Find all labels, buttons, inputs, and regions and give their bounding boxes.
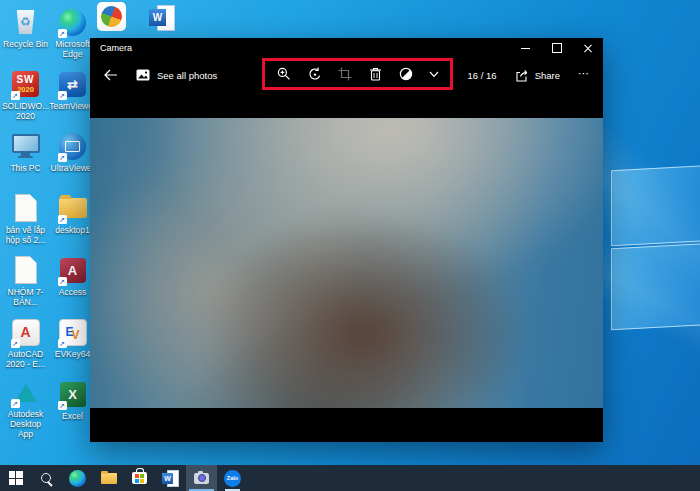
file-explorer-icon (101, 473, 117, 484)
desktop-icon-grid: ♻ Recycle Bin ↗ Microsoft Edge SW 2020 ↗… (2, 5, 96, 439)
desktop-icon-excel[interactable]: X ↗ Excel (49, 377, 96, 439)
see-more-button[interactable]: ⋯ (578, 68, 590, 83)
shortcut-arrow-icon: ↗ (58, 29, 67, 38)
shortcut-arrow-icon: ↗ (58, 153, 67, 162)
windows-logo-pane (611, 165, 700, 246)
title-bar[interactable]: Camera (90, 38, 603, 58)
maximize-button[interactable] (541, 38, 572, 58)
desktop-icon-document-banvelap[interactable]: bản vẽ lắp hộp số 2... (2, 191, 49, 253)
taskbar-store-button[interactable] (124, 465, 155, 491)
microsoft-store-icon (132, 472, 147, 484)
crop-button[interactable] (335, 64, 355, 84)
close-icon (583, 43, 593, 53)
minimize-button[interactable] (510, 38, 541, 58)
excel-icon: X ↗ (56, 379, 90, 409)
desktop: ♻ Recycle Bin ↗ Microsoft Edge SW 2020 ↗… (0, 0, 700, 491)
blurred-photo (90, 118, 603, 408)
close-button[interactable] (572, 38, 603, 58)
windows-logo-pane (611, 243, 700, 330)
desktop-icon-label: UltraViewer (51, 163, 95, 173)
desktop-icon-recycle-bin[interactable]: ♻ Recycle Bin (2, 5, 49, 67)
document-icon (9, 255, 43, 285)
taskbar-word-button[interactable]: W (155, 465, 186, 491)
desktop-icon-desktop1-folder[interactable]: ↗ desktop1 (49, 191, 96, 253)
desktop-icon-microsoft-edge[interactable]: ↗ Microsoft Edge (49, 5, 96, 67)
desktop-icon-word[interactable]: W (149, 4, 177, 31)
desktop-icon-label: NHÓM 7-BẢN... (2, 287, 49, 307)
desktop-icon-autodesk[interactable]: ↗ Autodesk Desktop App (2, 377, 49, 439)
ultraviewer-icon: ↗ (56, 131, 90, 161)
taskbar-file-explorer-button[interactable] (93, 465, 124, 491)
word-letter: W (162, 473, 173, 484)
faststone-icon (97, 2, 126, 31)
chevron-down-icon[interactable] (427, 64, 441, 84)
desktop-icon-this-pc[interactable]: This PC (2, 129, 49, 191)
desktop-icon-label: SOLIDWO... 2020 (2, 101, 49, 121)
windows-start-icon (9, 471, 23, 485)
shortcut-arrow-icon: ↗ (11, 339, 20, 348)
teamviewer-icon: ↗ (56, 69, 90, 99)
shortcut-arrow-icon: ↗ (11, 91, 20, 100)
edit-filter-button[interactable] (396, 64, 416, 84)
desktop-icon-label: EVKey64 (55, 349, 90, 359)
start-button[interactable] (0, 465, 31, 491)
taskbar-edge-button[interactable] (62, 465, 93, 491)
photo-counter: 16 / 16 (468, 70, 497, 81)
solidworks-letters: SW (16, 75, 34, 85)
this-pc-icon (9, 131, 43, 161)
shortcut-arrow-icon: ↗ (58, 277, 67, 286)
desktop-icon-solidworks[interactable]: SW 2020 ↗ SOLIDWO... 2020 (2, 67, 49, 129)
excel-letter: X (68, 387, 77, 402)
share-button[interactable]: Share (515, 68, 560, 82)
desktop-icon-document-nhom[interactable]: NHÓM 7-BẢN... (2, 253, 49, 315)
taskbar-search-button[interactable] (31, 465, 62, 491)
taskbar-camera-button[interactable] (186, 465, 217, 491)
camera-window: Camera See all photos (90, 38, 603, 442)
document-icon (9, 193, 43, 223)
command-bar: See all photos (90, 58, 603, 92)
shortcut-arrow-icon: ↗ (58, 91, 67, 100)
desktop-icon-label: desktop1 (55, 225, 90, 235)
taskbar: W Zalo (0, 465, 700, 491)
window-title: Camera (100, 43, 132, 53)
zoom-in-button[interactable] (274, 64, 294, 84)
desktop-icon-label: Microsoft Edge (49, 39, 96, 59)
minimize-icon (521, 48, 530, 49)
desktop-icon-label: Access (59, 287, 86, 297)
access-letter: A (68, 263, 77, 278)
word-icon: W (149, 4, 177, 31)
windows-logo-wallpaper (608, 166, 700, 333)
photo-preview (90, 118, 603, 408)
zalo-icon: Zalo (224, 470, 241, 487)
desktop-icon-label: TeamViewer (49, 101, 96, 111)
autocad-letter: A (20, 324, 30, 340)
desktop-icon-access[interactable]: A ↗ Access (49, 253, 96, 315)
search-icon (40, 472, 53, 485)
desktop-icon-faststone[interactable] (97, 2, 126, 31)
photo-viewer (90, 92, 603, 442)
back-button[interactable] (100, 65, 120, 85)
rotate-button[interactable] (305, 64, 325, 84)
shortcut-arrow-icon: ↗ (58, 339, 67, 348)
edge-icon: ↗ (56, 7, 90, 37)
desktop-icon-evkey[interactable]: EV ↗ EVKey64 (49, 315, 96, 377)
evkey-letter-v: V (72, 328, 80, 342)
annotation-highlight-box (262, 58, 453, 90)
edge-icon (69, 470, 86, 487)
recycle-bin-icon: ♻ (9, 7, 43, 37)
desktop-icon-ultraviewer[interactable]: ↗ UltraViewer (49, 129, 96, 191)
autodesk-icon: ↗ (9, 379, 43, 407)
access-icon: A ↗ (56, 255, 90, 285)
desktop-icon-label: This PC (10, 163, 40, 173)
see-all-photos-label: See all photos (157, 70, 217, 81)
desktop-icon-teamviewer[interactable]: ↗ TeamViewer (49, 67, 96, 129)
solidworks-icon: SW 2020 ↗ (9, 69, 43, 99)
taskbar-zalo-button[interactable]: Zalo (217, 465, 248, 491)
see-all-photos-button[interactable]: See all photos (136, 69, 217, 81)
desktop-icon-label: Autodesk Desktop App (2, 409, 49, 439)
delete-button[interactable] (366, 64, 386, 84)
shortcut-arrow-icon: ↗ (58, 215, 67, 224)
desktop-icon-autocad[interactable]: A ↗ AutoCAD 2020 - E... (2, 315, 49, 377)
shortcut-arrow-icon: ↗ (11, 399, 20, 408)
desktop-icon-label: Recycle Bin (3, 39, 48, 49)
